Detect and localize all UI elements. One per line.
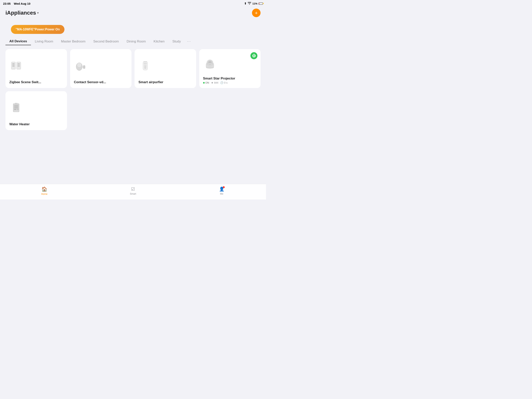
device-grid: Zigbee Scene Swit... Contact Sensor-vd..… <box>0 45 266 134</box>
nav-me-wrap: 👤 <box>219 187 224 192</box>
svg-rect-28 <box>14 109 16 110</box>
app-title-area[interactable]: iAppliances ▾ <box>6 10 38 16</box>
nav-me-label: Me <box>220 193 223 195</box>
smart-star-projector-icon <box>203 57 217 71</box>
status-right: ⬆ 11% ⚡ <box>244 2 263 5</box>
svg-rect-3 <box>18 64 20 64</box>
battery-percent: 11% <box>252 2 257 5</box>
device-card-airpurifier[interactable]: Smart airpurfier <box>134 49 196 88</box>
zigbee-icon-area <box>9 53 63 79</box>
tab-master-bedroom[interactable]: Master Bedroom <box>57 38 89 45</box>
nav-home-label: Home <box>41 193 48 195</box>
airpurifier-device-name: Smart airpurfier <box>139 80 192 84</box>
projector-on-label: ON <box>205 81 209 84</box>
notification-banner[interactable]: "MA-10WFE"Power:Power On <box>11 25 64 34</box>
projector-power-button[interactable]: ⏻ <box>250 52 257 59</box>
svg-rect-25 <box>14 106 18 107</box>
app-title-text: iAppliances <box>6 10 36 16</box>
device-card-contact[interactable]: Contact Sensor-vd... <box>70 49 132 88</box>
contact-sensor-icon <box>74 59 88 73</box>
wifi-icon <box>248 2 251 5</box>
nav-home[interactable]: 🏠 Home <box>37 187 52 195</box>
svg-rect-30 <box>15 103 16 104</box>
device-card-zigbee[interactable]: Zigbee Scene Swit... <box>6 49 67 88</box>
nav-me[interactable]: 👤 Me <box>214 187 229 195</box>
svg-point-7 <box>77 63 82 67</box>
svg-rect-4 <box>12 65 15 66</box>
status-time-date: 23:05 Wed Aug 10 <box>3 2 30 5</box>
status-green-dot <box>203 82 205 84</box>
bottom-nav: 🏠 Home ☑ Smart 👤 Me <box>0 184 266 200</box>
battery-icon: ⚡ <box>259 3 263 5</box>
status-bar: 23:05 Wed Aug 10 ⬆ 11% ⚡ <box>0 0 266 7</box>
airpurifier-icon-area <box>139 53 192 79</box>
smart-icon: ☑ <box>131 187 135 192</box>
svg-rect-26 <box>14 107 18 108</box>
svg-point-21 <box>206 63 214 65</box>
dropdown-arrow-icon: ▾ <box>37 11 38 14</box>
projector-device-name: Smart Star Projector <box>203 77 257 80</box>
svg-rect-15 <box>144 66 147 67</box>
waterheater-icon-area <box>9 95 63 121</box>
tab-dining-room[interactable]: Dining Room <box>123 38 150 45</box>
svg-point-11 <box>144 67 146 69</box>
projector-star-count: ★ 844 <box>211 81 218 84</box>
zigbee-scene-switch-icon <box>9 59 23 73</box>
navigation-icon: ⬆ <box>244 2 247 5</box>
power-icon: ⏻ <box>252 54 256 58</box>
device-card-waterheater[interactable]: Water Heater <box>6 91 67 130</box>
add-device-button[interactable]: + <box>252 9 260 17</box>
me-notification-badge <box>223 186 225 188</box>
smart-airpurifier-icon <box>139 59 152 73</box>
header: iAppliances ▾ + <box>0 7 266 17</box>
svg-rect-24 <box>14 106 18 106</box>
svg-rect-5 <box>18 65 20 66</box>
projector-status: ON ★ 844 🕐 0 s <box>203 81 257 84</box>
tab-kitchen[interactable]: Kitchen <box>150 38 169 45</box>
tab-more-button[interactable]: ··· <box>185 38 193 45</box>
nav-smart-label: Smart <box>130 193 136 195</box>
svg-rect-2 <box>12 64 15 64</box>
status-time: 23:05 <box>3 2 11 5</box>
projector-icon-area <box>203 53 257 75</box>
zigbee-device-name: Zigbee Scene Swit... <box>9 80 63 84</box>
tabs-bar: All Devices Living Room Master Bedroom S… <box>0 34 266 45</box>
water-heater-icon <box>9 101 23 115</box>
svg-rect-13 <box>144 65 147 65</box>
svg-rect-8 <box>83 65 85 69</box>
tab-second-bedroom[interactable]: Second Bedroom <box>89 38 123 45</box>
svg-point-29 <box>17 109 18 110</box>
svg-rect-32 <box>14 105 18 105</box>
tab-study[interactable]: Study <box>168 38 185 45</box>
contact-device-name: Contact Sensor-vd... <box>74 80 128 84</box>
projector-on-status: ON <box>203 81 209 84</box>
svg-rect-10 <box>144 63 147 64</box>
tab-all-devices[interactable]: All Devices <box>6 38 31 45</box>
home-icon: 🏠 <box>41 187 47 192</box>
nav-smart[interactable]: ☑ Smart <box>125 187 141 195</box>
svg-rect-14 <box>144 66 147 66</box>
status-date: Wed Aug 10 <box>14 2 30 5</box>
notification-text: "MA-10WFE"Power:Power On <box>16 28 60 31</box>
tab-living-room[interactable]: Living Room <box>31 38 57 45</box>
contact-icon-area <box>74 53 128 79</box>
waterheater-device-name: Water Heater <box>9 122 63 126</box>
device-card-projector[interactable]: ⏻ Smart Star Projector <box>199 49 261 88</box>
svg-rect-31 <box>16 103 17 104</box>
projector-time-status: 🕐 0 s <box>220 81 228 84</box>
svg-rect-12 <box>143 61 147 62</box>
svg-rect-27 <box>14 108 18 108</box>
